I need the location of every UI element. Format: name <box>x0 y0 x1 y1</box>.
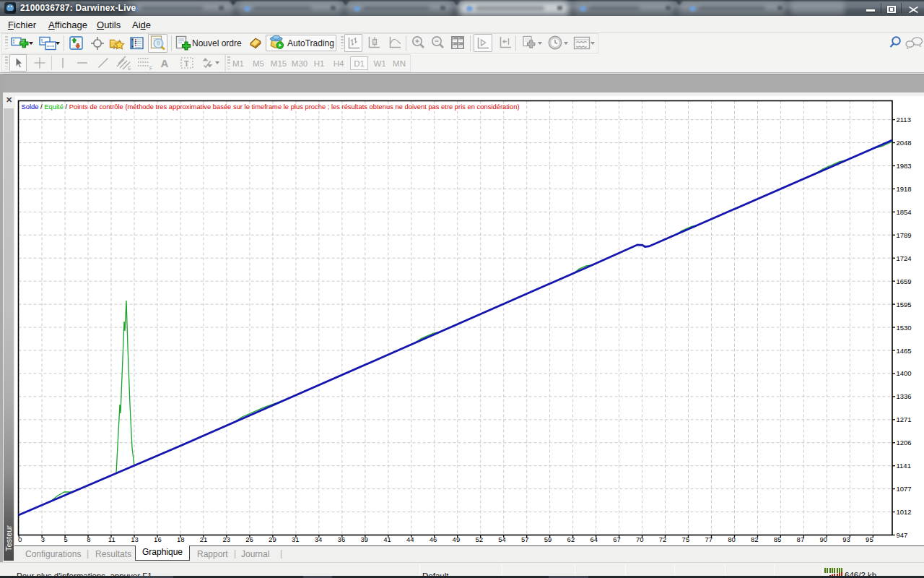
svg-text:29: 29 <box>269 535 276 543</box>
svg-text:23: 23 <box>223 535 231 543</box>
svg-text:93: 93 <box>842 535 850 543</box>
svg-text:46: 46 <box>430 535 437 543</box>
svg-text:85: 85 <box>774 535 782 543</box>
svg-text:67: 67 <box>613 535 621 543</box>
svg-text:70: 70 <box>636 535 644 543</box>
svg-text:1465: 1465 <box>897 347 912 355</box>
svg-text:11: 11 <box>108 535 116 543</box>
svg-text:1595: 1595 <box>897 301 912 309</box>
svg-text:1789: 1789 <box>897 231 912 239</box>
svg-text:13: 13 <box>131 535 139 543</box>
svg-text:T: T <box>184 59 189 68</box>
svg-text:1659: 1659 <box>897 277 912 285</box>
svg-text:1012: 1012 <box>897 508 912 516</box>
svg-text:E: E <box>128 66 131 71</box>
svg-text:947: 947 <box>897 531 908 539</box>
svg-text:52: 52 <box>475 535 483 543</box>
svg-text:1918: 1918 <box>897 185 912 193</box>
svg-text:1077: 1077 <box>897 485 912 493</box>
svg-text:77: 77 <box>705 535 712 543</box>
svg-text:62: 62 <box>567 535 575 543</box>
svg-text:F: F <box>149 66 152 71</box>
svg-text:31: 31 <box>292 535 300 543</box>
svg-text:80: 80 <box>728 535 736 543</box>
svg-text:2048: 2048 <box>897 139 912 147</box>
svg-text:36: 36 <box>338 535 346 543</box>
svg-text:2113: 2113 <box>897 116 911 124</box>
svg-text:64: 64 <box>590 535 598 543</box>
svg-text:0: 0 <box>18 535 22 543</box>
svg-text:57: 57 <box>521 535 529 543</box>
svg-text:39: 39 <box>360 535 368 543</box>
svg-text:1141: 1141 <box>897 462 911 470</box>
svg-text:Solde / Equité / Points de con: Solde / Equité / Points de contrôle (mét… <box>22 103 520 111</box>
svg-text:26: 26 <box>245 535 253 543</box>
svg-text:8: 8 <box>87 535 90 543</box>
svg-text:1336: 1336 <box>897 392 912 400</box>
svg-text:21: 21 <box>200 535 208 543</box>
svg-text:1530: 1530 <box>897 324 912 332</box>
svg-text:34: 34 <box>315 535 323 543</box>
svg-text:90: 90 <box>820 535 828 543</box>
svg-text:1206: 1206 <box>897 439 912 447</box>
svg-text:49: 49 <box>453 535 461 543</box>
svg-text:16: 16 <box>154 535 162 543</box>
svg-text:5: 5 <box>64 535 68 543</box>
svg-text:41: 41 <box>383 535 391 543</box>
svg-text:1854: 1854 <box>897 208 912 216</box>
svg-text:18: 18 <box>177 535 185 543</box>
svg-text:1724: 1724 <box>897 254 912 262</box>
svg-text:1983: 1983 <box>897 162 912 170</box>
svg-text:3: 3 <box>41 535 45 543</box>
svg-text:87: 87 <box>797 535 805 543</box>
svg-text:59: 59 <box>544 535 552 543</box>
svg-text:95: 95 <box>866 535 873 543</box>
svg-text:1271: 1271 <box>897 415 912 423</box>
svg-text:72: 72 <box>659 535 667 543</box>
svg-text:44: 44 <box>406 535 414 543</box>
svg-text:82: 82 <box>751 535 759 543</box>
svg-text:1400: 1400 <box>897 369 912 377</box>
svg-text:54: 54 <box>498 535 506 543</box>
svg-text:75: 75 <box>682 535 690 543</box>
